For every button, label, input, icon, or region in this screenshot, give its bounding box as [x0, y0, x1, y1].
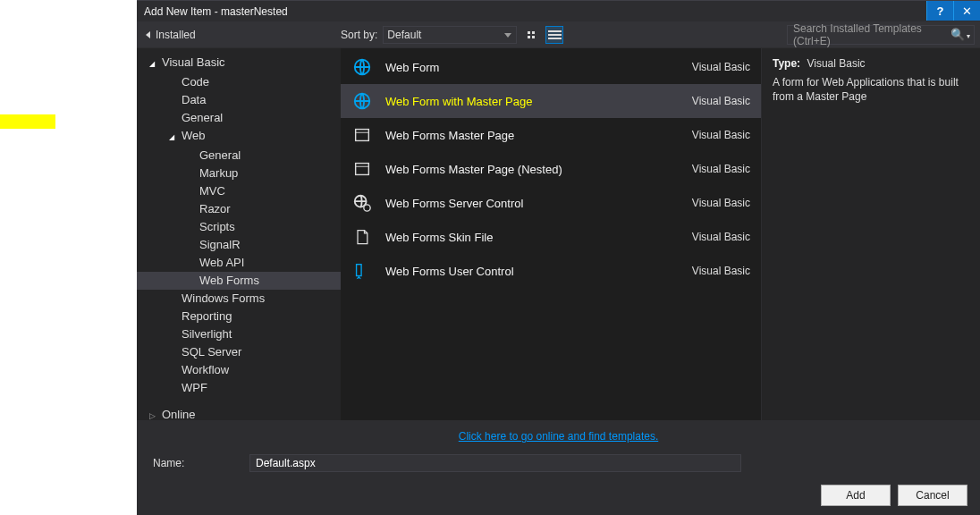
- tree-code[interactable]: Code: [137, 73, 341, 91]
- svg-point-7: [364, 205, 370, 211]
- globe-icon: [351, 56, 373, 78]
- tree-web-api[interactable]: Web API: [137, 254, 341, 272]
- tree-web-razor[interactable]: Razor: [137, 200, 341, 218]
- close-button[interactable]: ✕: [953, 1, 980, 21]
- sort-by-select[interactable]: Default: [383, 26, 517, 44]
- name-input[interactable]: Default.aspx: [249, 454, 741, 472]
- help-button[interactable]: ?: [926, 1, 953, 21]
- globe-gear-icon: [351, 192, 373, 214]
- collapse-icon: [146, 31, 150, 38]
- tree-web[interactable]: Web: [137, 127, 341, 147]
- template-list: Web Form Visual Basic Web Form with Mast…: [341, 48, 761, 420]
- template-lang: Visual Basic: [692, 197, 750, 209]
- tree-wpf[interactable]: WPF: [137, 379, 341, 397]
- installed-tab[interactable]: Installed: [137, 21, 205, 47]
- template-lang: Visual Basic: [692, 129, 750, 141]
- search-input[interactable]: Search Installed Templates (Ctrl+E) 🔍: [787, 25, 975, 45]
- template-label: Web Forms Server Control: [385, 197, 680, 210]
- search-icon[interactable]: 🔍: [950, 28, 970, 41]
- add-button[interactable]: Add: [821, 485, 891, 506]
- file-icon: [351, 226, 373, 248]
- tree-reporting[interactable]: Reporting: [137, 308, 341, 325]
- type-value: Visual Basic: [807, 57, 865, 70]
- view-grid-button[interactable]: [522, 26, 540, 44]
- template-label: Web Forms Master Page: [385, 129, 680, 142]
- template-lang: Visual Basic: [692, 95, 750, 107]
- name-value: Default.aspx: [256, 457, 316, 469]
- category-tree: Visual Basic Code Data General Web Gener…: [137, 48, 341, 420]
- tree-silverlight[interactable]: Silverlight: [137, 325, 341, 343]
- name-label: Name:: [153, 457, 249, 469]
- template-label: Web Form: [385, 61, 680, 74]
- template-master-page-nested[interactable]: Web Forms Master Page (Nested) Visual Ba…: [341, 152, 761, 186]
- external-highlight: [0, 114, 55, 129]
- template-lang: Visual Basic: [692, 163, 750, 175]
- template-label: Web Form with Master Page: [385, 95, 680, 108]
- tree-web-forms[interactable]: Web Forms: [137, 272, 341, 290]
- online-templates-link[interactable]: Click here to go online and find templat…: [459, 430, 658, 443]
- button-row: Add Cancel: [137, 477, 980, 515]
- tree-web-general[interactable]: General: [137, 147, 341, 165]
- template-user-control[interactable]: Web Forms User Control Visual Basic: [341, 254, 761, 288]
- template-lang: Visual Basic: [692, 265, 750, 277]
- tree-workflow[interactable]: Workflow: [137, 361, 341, 379]
- template-lang: Visual Basic: [692, 231, 750, 243]
- titlebar[interactable]: Add New Item - masterNested ? ✕: [137, 0, 980, 21]
- installed-tab-label: Installed: [156, 29, 196, 41]
- tree-data[interactable]: Data: [137, 91, 341, 109]
- template-web-form-master[interactable]: Web Form with Master Page Visual Basic: [341, 84, 761, 118]
- tree-sql-server[interactable]: SQL Server: [137, 343, 341, 361]
- online-link-row: Click here to go online and find templat…: [137, 420, 980, 449]
- svg-rect-2: [356, 130, 369, 141]
- svg-rect-4: [356, 164, 369, 175]
- view-list-button[interactable]: [545, 26, 563, 44]
- template-label: Web Forms User Control: [385, 265, 680, 278]
- page-icon: [351, 124, 373, 146]
- template-label: Web Forms Master Page (Nested): [385, 163, 680, 176]
- list-icon: [548, 30, 562, 39]
- window-title: Add New Item - masterNested: [144, 5, 288, 18]
- grid-icon: [528, 31, 535, 38]
- tree-visual-basic[interactable]: Visual Basic: [137, 54, 341, 73]
- tree-web-signalr[interactable]: SignalR: [137, 236, 341, 254]
- name-row: Name: Default.aspx: [137, 449, 980, 477]
- sort-by-label: Sort by:: [341, 29, 377, 41]
- template-server-control[interactable]: Web Forms Server Control Visual Basic: [341, 186, 761, 220]
- tree-web-mvc[interactable]: MVC: [137, 182, 341, 200]
- template-label: Web Forms Skin File: [385, 231, 680, 244]
- sort-by-value: Default: [387, 29, 421, 41]
- toolbar: Installed Sort by: Default Search Instal…: [137, 21, 980, 48]
- globe-icon: [351, 90, 373, 112]
- page-icon: [351, 158, 373, 180]
- search-placeholder: Search Installed Templates (Ctrl+E): [793, 22, 952, 47]
- template-master-page[interactable]: Web Forms Master Page Visual Basic: [341, 118, 761, 152]
- template-web-form[interactable]: Web Form Visual Basic: [341, 50, 761, 84]
- add-new-item-dialog: Add New Item - masterNested ? ✕ Installe…: [137, 0, 980, 515]
- template-lang: Visual Basic: [692, 61, 750, 73]
- template-description: A form for Web Applications that is buil…: [773, 75, 969, 104]
- tree-web-scripts[interactable]: Scripts: [137, 218, 341, 236]
- template-skin-file[interactable]: Web Forms Skin File Visual Basic: [341, 220, 761, 254]
- tree-web-markup[interactable]: Markup: [137, 165, 341, 182]
- type-label: Type:: [773, 57, 800, 70]
- tree-windows-forms[interactable]: Windows Forms: [137, 290, 341, 308]
- pencil-icon: [351, 260, 373, 282]
- detail-panel: Type: Visual Basic A form for Web Applic…: [761, 48, 980, 420]
- svg-rect-8: [357, 265, 362, 276]
- tree-online[interactable]: Online: [137, 406, 341, 420]
- tree-general[interactable]: General: [137, 109, 341, 127]
- cancel-button[interactable]: Cancel: [898, 485, 967, 506]
